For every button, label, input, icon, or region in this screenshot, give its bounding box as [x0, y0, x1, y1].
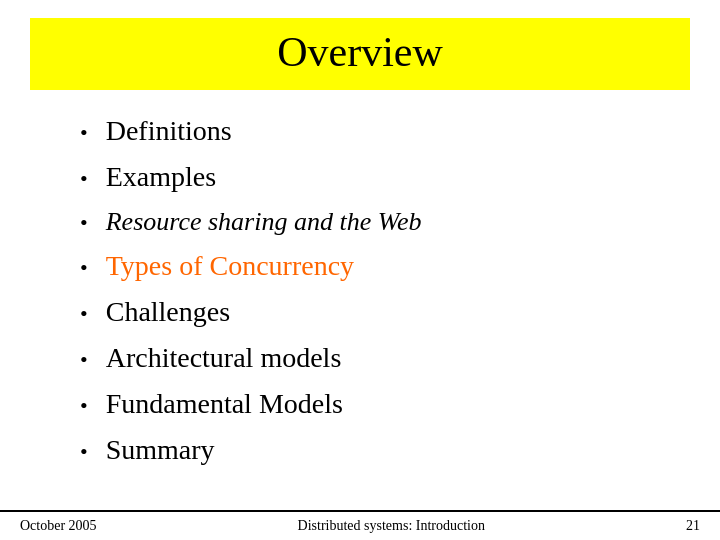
bullet-text-4: Challenges — [106, 291, 230, 333]
bullet-dot: • — [80, 435, 88, 468]
bullet-text-3: Types of Concurrency — [106, 245, 354, 287]
bullet-dot: • — [80, 343, 88, 376]
bullet-dot: • — [80, 297, 88, 330]
bullet-item: •Types of Concurrency — [80, 245, 660, 287]
content-area: •Definitions•Examples•Resource sharing a… — [0, 100, 720, 510]
bullet-item: •Challenges — [80, 291, 660, 333]
footer-page: 21 — [686, 518, 700, 534]
footer-title: Distributed systems: Introduction — [298, 518, 485, 534]
bullet-item: •Summary — [80, 429, 660, 471]
bullet-dot: • — [80, 206, 88, 239]
bullet-text-6: Fundamental Models — [106, 383, 343, 425]
bullet-item: •Fundamental Models — [80, 383, 660, 425]
bullet-dot: • — [80, 251, 88, 284]
slide-title: Overview — [277, 29, 443, 75]
title-bar: Overview — [30, 18, 690, 90]
bullet-dot: • — [80, 116, 88, 149]
bullet-text-2: Resource sharing and the Web — [106, 202, 422, 241]
bullet-item: •Resource sharing and the Web — [80, 202, 660, 241]
bullet-text-0: Definitions — [106, 110, 232, 152]
footer-date: October 2005 — [20, 518, 97, 534]
bullet-item: •Definitions — [80, 110, 660, 152]
bullet-item: •Examples — [80, 156, 660, 198]
slide-container: Overview •Definitions•Examples•Resource … — [0, 0, 720, 540]
bullet-text-5: Architectural models — [106, 337, 342, 379]
bullet-text-7: Summary — [106, 429, 215, 471]
bullet-dot: • — [80, 389, 88, 422]
bullet-dot: • — [80, 162, 88, 195]
bullet-item: •Architectural models — [80, 337, 660, 379]
bullet-text-1: Examples — [106, 156, 216, 198]
footer: October 2005 Distributed systems: Introd… — [0, 510, 720, 540]
